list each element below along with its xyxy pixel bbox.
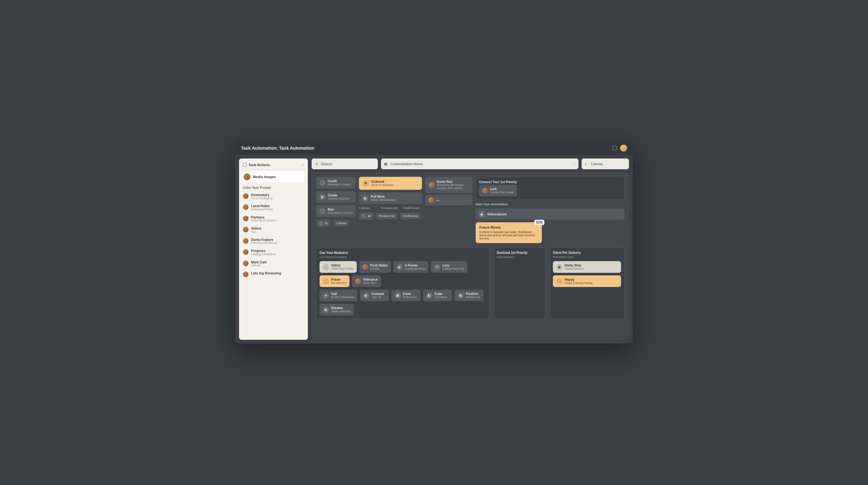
workflow-node[interactable]: SafelyTeach Team Robot <box>319 261 357 273</box>
sidebar-user[interactable]: Media Images <box>242 171 305 182</box>
stat-pill: Collosan <box>333 220 349 226</box>
dot-icon <box>362 214 366 218</box>
pen-icon: ✎ <box>434 264 440 270</box>
chevron-down-icon: ⌄ <box>573 162 575 166</box>
workflow-canvas[interactable]: CreditEstimation Creates ◐ CreateCommon … <box>312 172 629 340</box>
workflow-node[interactable]: ◧CubeConnect It <box>423 289 452 301</box>
workflow-node[interactable]: ◉PositiveMachine Inc <box>455 289 484 301</box>
workflow-node[interactable]: ◐DreamsDrawn Servicing <box>319 304 354 315</box>
circle-icon: ◉ <box>556 264 562 270</box>
toolbar-customization[interactable]: ▦ Customization Hours ⌄ <box>381 159 579 169</box>
cluster-panel: Destined 1st Priority Documentation <box>493 248 546 319</box>
flag-icon: ⚑ <box>363 180 369 187</box>
circle-icon: ◐ <box>323 307 329 313</box>
cluster-panel: Can Your Modulery For Primary Packaging … <box>316 248 490 319</box>
workflow-node[interactable]: — <box>425 195 472 205</box>
app-window: Task Automation: Task Automation Task Ac… <box>235 141 633 344</box>
sidebar-section-label: Color Task Prompt <box>242 184 305 190</box>
avatar <box>243 260 249 266</box>
avatar <box>243 272 249 277</box>
avatar <box>243 249 249 255</box>
circle-icon: ◉ <box>479 211 485 217</box>
sidebar-item[interactable]: Local RolesDominated Rules <box>242 203 305 212</box>
circle-icon: ◉ <box>362 195 368 201</box>
circle-icon <box>319 208 326 215</box>
avatar <box>243 204 249 210</box>
stat-pill: Provision Set <box>376 213 397 219</box>
sidebar-item[interactable]: Darko FeatureDiversity Introduction <box>242 237 305 246</box>
sidebar-item[interactable]: AldersTips <box>242 225 305 235</box>
circle-icon <box>319 180 326 186</box>
chevron-icon[interactable]: ✓ <box>302 163 304 167</box>
workflow-node[interactable]: Event RunReference API AccessIncludes AP… <box>425 177 472 193</box>
workflow-node-highlight[interactable]: HappyTarget Sourcing Testing <box>553 275 621 287</box>
window-control-icon[interactable] <box>613 146 617 150</box>
avatar <box>429 182 435 188</box>
workflow-node[interactable]: ◐C-FormsConnected Items <box>393 261 428 273</box>
avatar <box>243 193 249 199</box>
callout-card[interactable]: 51% Future Moves Content in between last… <box>476 222 542 243</box>
avatar <box>428 197 434 203</box>
workflow-node-highlight[interactable]: ⚑ CulturedServe in Variations <box>359 177 422 190</box>
sidebar-item[interactable]: DeminatoryCircle Packaging <box>242 192 305 201</box>
sidebar-header: Task Actions ✓ <box>242 162 305 170</box>
workflow-node[interactable]: CreditEstimation Creates <box>316 177 356 189</box>
avatar <box>243 216 249 221</box>
svg-point-0 <box>316 163 317 164</box>
workflow-node[interactable]: ●CallProduct Telemation <box>319 289 358 301</box>
person-icon <box>315 162 318 166</box>
window-title: Task Automation: Task Automation <box>241 146 314 151</box>
circle-icon <box>323 278 329 285</box>
circle-icon <box>323 264 329 270</box>
workflow-node[interactable]: ◐ CreateCommon Sources <box>316 191 356 203</box>
avatar <box>355 279 361 284</box>
document-icon <box>243 163 247 167</box>
sidebar-item[interactable]: ProgressCatalog Generators <box>242 248 305 257</box>
circle-icon: ● <box>323 292 329 299</box>
workflow-node[interactable]: LarkCustom Run Labels <box>479 185 517 196</box>
grid-icon: ▦ <box>384 162 388 166</box>
section-label: Start Your Instructions <box>476 202 624 206</box>
workflow-node-highlight[interactable]: FraserPut Attention <box>319 275 349 287</box>
titlebar: Task Automation: Task Automation <box>235 141 633 155</box>
workflow-node[interactable]: Push NotesMonday <box>359 261 391 273</box>
cluster-panel: Connect Your 1st Priority LarkCustom Run… <box>476 177 624 200</box>
toolbar-canvas[interactable]: ⌂ Canvas <box>582 159 629 169</box>
workflow-node[interactable]: ToleranceSwan Tips <box>352 275 381 287</box>
user-avatar[interactable] <box>620 145 627 151</box>
avatar <box>363 264 368 270</box>
workflow-node[interactable]: ◉ Pull MoreStudio Administration <box>359 192 422 204</box>
circle-icon: ◐ <box>363 292 369 299</box>
avatar <box>482 188 488 194</box>
workflow-node[interactable]: ◉ Deliverances <box>476 208 624 220</box>
workflow-node[interactable]: ◉Darby StepDashed Movers <box>553 261 621 273</box>
workflow-node[interactable]: ✎LazyDubbed Returning <box>431 261 467 273</box>
avatar <box>243 227 249 232</box>
workflow-node[interactable]: ◐ConnectAuto Tip <box>360 289 389 301</box>
circle-icon: ◐ <box>319 194 326 200</box>
sidebar: Task Actions ✓ Media Images Color Task P… <box>239 159 308 340</box>
main: Source ▦ Customization Hours ⌄ ⌂ Canvas <box>312 159 629 340</box>
circle-icon <box>556 278 562 285</box>
form-icon: ▣ <box>395 292 401 299</box>
stat-pill: 32 <box>359 212 373 220</box>
circle-icon: ◐ <box>397 264 403 270</box>
sidebar-item[interactable]: Lots Ing Reviewing <box>242 270 305 279</box>
cube-icon: ◧ <box>426 292 432 299</box>
sidebar-item[interactable]: PartnersAutomated Handlers <box>242 215 305 224</box>
stat-pill: 52 <box>316 220 330 227</box>
toolbar-source[interactable]: Source <box>312 159 378 169</box>
toolbar: Source ▦ Customization Hours ⌄ ⌂ Canvas <box>312 159 629 169</box>
workflow-node[interactable]: RunProcessing Common <box>316 205 356 217</box>
stat-pill: Credit Boxes <box>400 213 421 219</box>
cluster-panel: Client Per Delivery Placement Firms ◉Dar… <box>550 248 624 319</box>
sidebar-item[interactable]: Mark CaleListings <box>242 259 305 268</box>
avatar <box>243 238 249 244</box>
workflow-node[interactable]: ▣FormDulling Run <box>392 289 421 301</box>
circle-icon: ◉ <box>458 292 464 299</box>
percent-badge: 51% <box>534 220 545 225</box>
home-icon: ⌂ <box>585 162 589 166</box>
avatar <box>244 173 250 180</box>
